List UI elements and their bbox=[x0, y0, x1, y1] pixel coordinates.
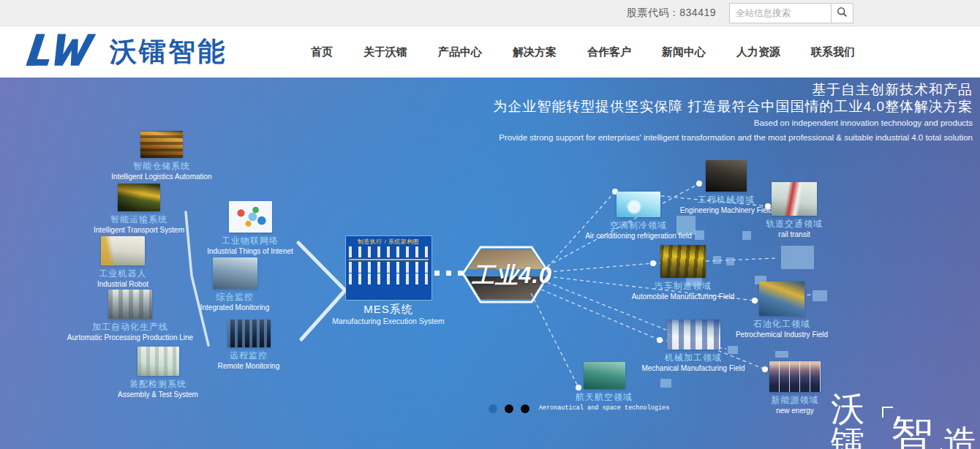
banner-item-aerospace: 航天航空领域 Aeronautical and space technologi… bbox=[531, 362, 677, 412]
carousel-dot-3[interactable] bbox=[521, 404, 529, 413]
nav-item-products[interactable]: 产品中心 bbox=[438, 45, 482, 59]
nav-item-news[interactable]: 新闻中心 bbox=[662, 45, 706, 59]
assembly-test-photo bbox=[137, 347, 179, 376]
rail-transit-photo bbox=[772, 182, 817, 216]
mes-diagram-row bbox=[349, 262, 429, 273]
transport-photo bbox=[118, 184, 160, 211]
slogan-pre: 沃镭 bbox=[831, 392, 881, 449]
nav-item-contact[interactable]: 联系我们 bbox=[811, 45, 855, 59]
processing-line-photo bbox=[108, 290, 152, 319]
nav-item-solutions[interactable]: 解决方案 bbox=[513, 45, 557, 59]
banner-headline: 基于自主创新技术和产品 为企业智能转型提供坚实保障 打造最符合中国国情的工业4.… bbox=[493, 81, 973, 144]
item-label-zh: 航天航空领域 bbox=[531, 391, 677, 404]
industry-4-0-label: 工业4.0 bbox=[461, 260, 563, 291]
mes-diagram-divider bbox=[349, 259, 429, 260]
banner-item-rail-transit: 轨道交通领域 rail transit bbox=[721, 182, 867, 239]
item-label-en: Industrial Things of Intenet bbox=[177, 247, 323, 256]
slogan-mid: 智 bbox=[891, 411, 933, 449]
item-label-zh: 装配检测系统 bbox=[85, 378, 231, 390]
remote-monitoring-photo bbox=[227, 320, 271, 347]
item-label-zh: 空调制冷领域 bbox=[565, 219, 712, 232]
carousel-dot-2[interactable] bbox=[505, 404, 513, 413]
integrated-monitoring-photo bbox=[213, 257, 257, 289]
item-label-en: Aeronautical and space technologies bbox=[531, 404, 677, 412]
banner-item-assembly-test: 装配检测系统 Assembly & Test System bbox=[85, 347, 231, 399]
banner-item-air-conditioning: 空调制冷领域 Air conditioning refrigeration fi… bbox=[565, 192, 712, 241]
automobile-photo bbox=[660, 245, 706, 278]
mes-label-en: Manufacturing Execution System bbox=[315, 317, 461, 325]
slogan-bracket: 智 bbox=[882, 407, 942, 449]
nav-item-customers[interactable]: 合作客户 bbox=[587, 45, 631, 59]
main-nav: 首页 关于沃镭 产品中心 解决方案 合作客户 新闻中心 人力资源 联系我们 bbox=[311, 26, 855, 78]
warehouse-photo bbox=[140, 131, 183, 158]
item-label-zh: 轨道交通领域 bbox=[721, 218, 867, 230]
logo-text: 沃镭智能 bbox=[110, 34, 227, 70]
mes-diagram-title: 制造执行 / 系统架构图 bbox=[346, 238, 431, 246]
logo-mark-icon bbox=[22, 31, 104, 72]
mes-diagram: 制造执行 / 系统架构图 bbox=[346, 236, 431, 300]
headline-en-1: Based on independent innovation technolo… bbox=[493, 117, 973, 129]
carousel-dot-1[interactable] bbox=[489, 404, 497, 413]
robot-photo bbox=[101, 236, 145, 265]
item-label-en: rail transit bbox=[721, 230, 867, 239]
banner-item-iot: 工业物联网络 Industrial Things of Intenet bbox=[177, 201, 323, 256]
mes-diagram-row bbox=[349, 273, 429, 284]
site-search bbox=[729, 3, 853, 23]
headline-zh-1: 基于自主创新技术和产品 bbox=[493, 81, 973, 98]
item-label-en: Intelligent Logistics Automation bbox=[88, 173, 235, 181]
top-utility-bar: 股票代码：834419 bbox=[0, 0, 980, 26]
stock-code-label: 股票代码：834419 bbox=[627, 7, 716, 20]
page: 股票代码：834419 bbox=[0, 0, 980, 449]
new-energy-photo bbox=[769, 361, 821, 392]
nav-item-home[interactable]: 首页 bbox=[311, 45, 333, 59]
banner-item-mes: 制造执行 / 系统架构图 MES系统 Manufacturing Executi… bbox=[315, 236, 461, 325]
mes-diagram-row bbox=[349, 246, 429, 257]
headline-zh-2: 为企业智能转型提供坚实保障 打造最符合中国国情的工业4.0整体解决方案 bbox=[493, 98, 973, 115]
hero-banner[interactable]: 基于自主创新技术和产品 为企业智能转型提供坚实保障 打造最符合中国国情的工业4.… bbox=[0, 78, 980, 449]
search-input[interactable] bbox=[729, 3, 832, 23]
item-label-en: Assembly & Test System bbox=[85, 390, 231, 399]
site-header: 沃镭智能 首页 关于沃镭 产品中心 解决方案 合作客户 新闻中心 人力资源 联系… bbox=[0, 26, 980, 78]
slogan: 沃镭 智 造 bbox=[831, 392, 980, 449]
logo[interactable]: 沃镭智能 bbox=[22, 32, 227, 72]
item-label-zh: 智能仓储系统 bbox=[88, 160, 235, 173]
nav-item-hr[interactable]: 人力资源 bbox=[736, 45, 780, 59]
slogan-post: 造 bbox=[943, 426, 980, 449]
search-button[interactable] bbox=[832, 3, 853, 23]
headline-en-2: Provide strong support for enterprises' … bbox=[493, 132, 973, 144]
iot-photo bbox=[229, 201, 272, 233]
nav-item-about[interactable]: 关于沃镭 bbox=[363, 45, 407, 59]
item-label-en: Air conditioning refrigeration field bbox=[565, 232, 712, 241]
item-label-zh: 工业物联网络 bbox=[177, 235, 323, 247]
mes-label-zh: MES系统 bbox=[315, 303, 461, 317]
mechanical-photo bbox=[667, 320, 720, 350]
aerospace-photo bbox=[584, 362, 625, 389]
carousel-dots bbox=[489, 404, 529, 413]
petrochemical-photo bbox=[759, 282, 804, 316]
search-icon bbox=[837, 7, 848, 20]
air-conditioning-photo bbox=[617, 192, 660, 217]
banner-item-warehouse: 智能仓储系统 Intelligent Logistics Automation bbox=[88, 131, 235, 181]
